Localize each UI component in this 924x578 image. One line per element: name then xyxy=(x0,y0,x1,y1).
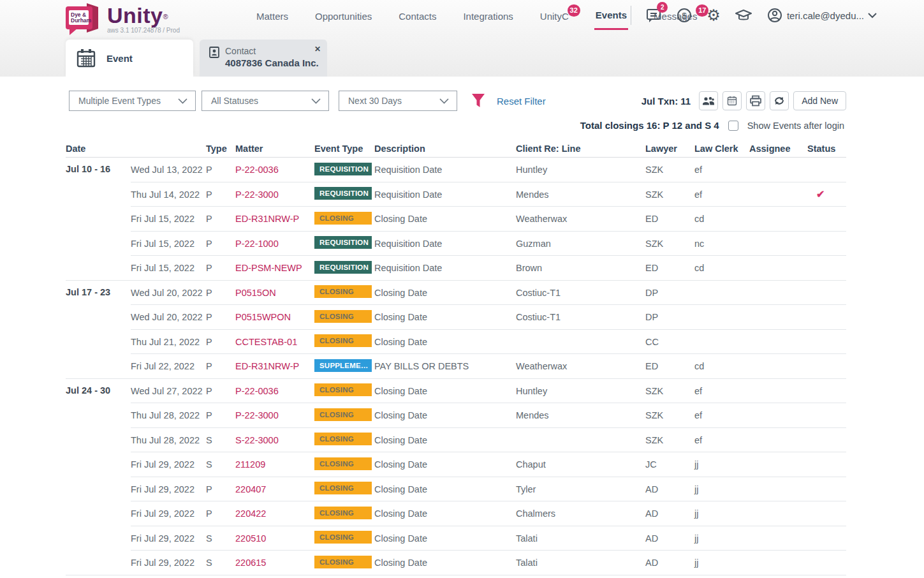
matter-link[interactable]: S-22-3000 xyxy=(235,435,279,445)
show-events-checkbox[interactable] xyxy=(728,121,738,131)
status-check-icon: ✔ xyxy=(807,188,846,200)
close-icon[interactable]: ✕ xyxy=(314,45,321,54)
utility-icons: 2 $ ⚙ teri.cale@dyedu... xyxy=(631,0,877,31)
nav-item-integrations[interactable]: Integrations xyxy=(462,2,514,29)
client-re-line: Chalmers xyxy=(516,508,645,519)
matter-link[interactable]: P-22-1000 xyxy=(235,239,279,249)
matter-link[interactable]: P-22-3000 xyxy=(235,410,279,420)
client-re-line: Guzman xyxy=(516,239,645,249)
table-row[interactable]: Fri Jul 29, 2022S220510CLOSINGClosing Da… xyxy=(66,526,846,551)
event-type-badge-cell: CLOSING xyxy=(314,310,374,325)
app-logo[interactable]: Dye & Durham Unity® aws 3.1 107.24878 / … xyxy=(64,3,180,36)
printer-icon xyxy=(749,95,762,107)
matter-link[interactable]: P0515WPON xyxy=(235,312,291,322)
nav-item-matters[interactable]: Matters xyxy=(255,2,290,29)
nav-item-events[interactable]: Events xyxy=(594,1,628,30)
txn-count-label: Jul Txn: 11 xyxy=(642,96,691,107)
refresh-button[interactable] xyxy=(770,91,789,110)
law-clerk-initials: ef xyxy=(694,410,749,420)
week-group-label xyxy=(66,551,131,557)
matter-link[interactable]: P0515ON xyxy=(235,288,276,298)
table-row[interactable]: Fri Jul 29, 2022S220615CLOSINGClosing Da… xyxy=(66,551,846,575)
event-type-flag: P xyxy=(206,484,235,494)
event-type-flag: P xyxy=(206,386,235,396)
billing-icon[interactable]: $ xyxy=(676,7,693,24)
matter-link[interactable]: 211209 xyxy=(235,459,265,470)
chat-icon[interactable]: 2 xyxy=(645,7,662,24)
event-type-flag: P xyxy=(206,361,235,371)
table-row[interactable]: Jul 17 - 23Wed Jul 20, 2022PP0515ONCLOSI… xyxy=(66,281,846,306)
table-row[interactable]: Thu Jul 21, 2022PCCTESTAB-01CLOSINGClosi… xyxy=(66,330,846,355)
nav-item-opportunities[interactable]: Opportunities xyxy=(314,2,373,29)
event-types-select[interactable]: Multiple Event Types xyxy=(69,91,196,111)
event-date: Fri Jul 29, 2022 xyxy=(131,484,206,494)
event-date: Fri Jul 29, 2022 xyxy=(131,508,206,519)
print-button[interactable] xyxy=(746,91,765,110)
calendar-icon xyxy=(76,48,96,68)
statuses-select[interactable]: All Statuses xyxy=(202,91,329,111)
table-row[interactable]: Fri Jul 29, 2022P220422CLOSINGClosing Da… xyxy=(66,501,846,526)
law-clerk-initials: jj xyxy=(694,508,749,519)
nav-item-contacts[interactable]: Contacts xyxy=(397,2,437,29)
matter-link[interactable]: P-22-0036 xyxy=(235,165,279,175)
table-row[interactable]: Thu Jul 14, 2022PP-22-3000REQUISITIONReq… xyxy=(66,182,846,207)
table-row[interactable]: Fri Jul 15, 2022PED-PSM-NEWPREQUISITIONR… xyxy=(66,256,846,281)
table-row[interactable]: Fri Jul 15, 2022PED-R31NRW-PCLOSINGClosi… xyxy=(66,207,846,232)
date-range-select[interactable]: Next 30 Days xyxy=(339,91,457,111)
reset-filter-link[interactable]: Reset Filter xyxy=(497,96,546,107)
lawyer-initials: CC xyxy=(645,337,694,347)
matter-link[interactable]: 220615 xyxy=(235,558,266,568)
table-row[interactable]: Thu Jul 28, 2022SS-22-3000CLOSINGClosing… xyxy=(66,428,846,453)
matter-link[interactable]: 220422 xyxy=(235,508,266,519)
matter-link[interactable]: P-22-0036 xyxy=(235,386,279,396)
table-row[interactable]: Fri Jul 15, 2022PP-22-1000REQUISITIONReq… xyxy=(66,232,846,256)
event-type-badge: REQUISITION xyxy=(314,187,372,200)
week-group-label xyxy=(66,232,131,238)
event-type-badge-cell: CLOSING xyxy=(314,334,374,349)
matter-link[interactable]: 220407 xyxy=(235,484,266,494)
calendar-view-button[interactable] xyxy=(722,91,742,110)
nav-item-unityc[interactable]: UnityC32 xyxy=(539,2,570,29)
column-header-assignee: Assignee xyxy=(749,144,807,154)
table-row[interactable]: Fri Jul 29, 2022P220407CLOSINGClosing Da… xyxy=(66,477,846,502)
toolbar: Jul Txn: 11 xyxy=(642,91,846,110)
table-row[interactable]: Jul 24 - 30Wed Jul 27, 2022PP-22-0036CLO… xyxy=(66,379,846,404)
week-group-label xyxy=(66,256,131,262)
registered-mark: ® xyxy=(163,13,168,20)
add-new-button[interactable]: Add New xyxy=(793,91,846,110)
event-type-badge-cell: CLOSING xyxy=(314,433,374,447)
matter-link[interactable]: ED-PSM-NEWP xyxy=(235,263,302,273)
lawyer-initials: AD xyxy=(645,508,694,519)
table-row[interactable]: Wed Jul 20, 2022PP0515WPONCLOSINGClosing… xyxy=(66,305,846,330)
settings-gear-icon[interactable]: ⚙ xyxy=(707,8,721,23)
matter-link[interactable]: ED-R31NRW-P xyxy=(235,361,299,371)
training-graduation-icon[interactable] xyxy=(735,8,752,23)
event-type-badge: CLOSING xyxy=(314,408,372,421)
filter-funnel-icon[interactable] xyxy=(471,93,485,108)
event-description: Closing Date xyxy=(374,484,516,494)
attendees-button[interactable] xyxy=(699,91,718,110)
column-header-lawyer: Lawyer xyxy=(645,144,694,154)
chat-count-badge: 2 xyxy=(657,2,668,13)
user-menu[interactable]: teri.cale@dyedu... xyxy=(766,7,877,24)
table-row[interactable]: Jul 10 - 16Wed Jul 13, 2022PP-22-0036REQ… xyxy=(66,158,846,182)
matter-link[interactable]: CCTESTAB-01 xyxy=(235,337,297,347)
tab-contact[interactable]: Contact 4087836 Canada Inc. ✕ xyxy=(200,40,327,77)
table-row[interactable]: Fri Jul 22, 2022PED-R31NRW-PSUPPLEME…PAY… xyxy=(66,354,846,379)
event-type-badge-cell: CLOSING xyxy=(314,556,374,570)
matter-link[interactable]: 220510 xyxy=(235,533,266,544)
table-row[interactable]: Thu Jul 28, 2022PP-22-3000CLOSINGClosing… xyxy=(66,403,846,428)
matter-link[interactable]: P-22-3000 xyxy=(235,189,279,200)
week-group-label xyxy=(66,207,131,213)
tab-event[interactable]: Event xyxy=(66,40,193,77)
event-type-flag: S xyxy=(206,459,235,470)
lawyer-initials: SZK xyxy=(645,435,694,445)
event-date: Wed Jul 13, 2022 xyxy=(131,165,206,175)
event-description: Requisition Date xyxy=(374,189,516,200)
dye-durham-logo-icon: Dye & Durham xyxy=(64,3,102,36)
table-row[interactable]: Fri Jul 29, 2022S211209CLOSINGClosing Da… xyxy=(66,452,846,477)
lawyer-initials: SZK xyxy=(645,165,694,175)
event-type-badge-cell: CLOSING xyxy=(314,408,374,423)
event-description: Closing Date xyxy=(374,533,516,544)
matter-link[interactable]: ED-R31NRW-P xyxy=(235,214,299,224)
